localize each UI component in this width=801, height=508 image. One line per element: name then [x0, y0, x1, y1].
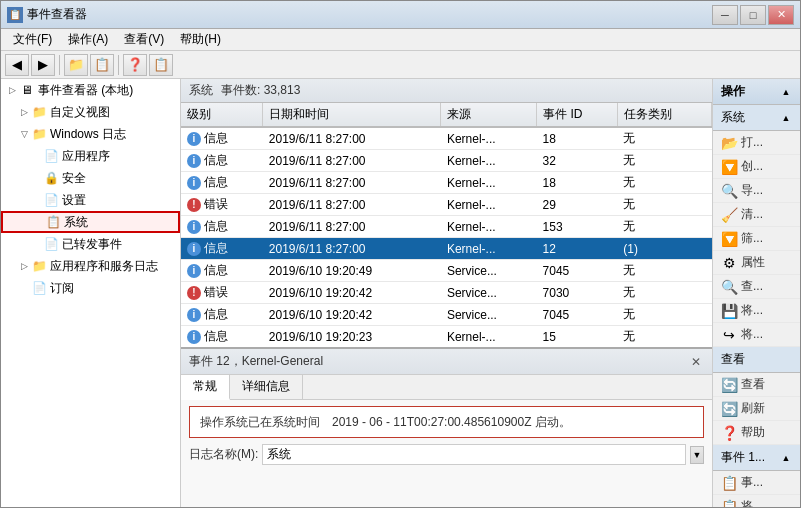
col-header-level[interactable]: 级别 [181, 103, 263, 127]
sidebar-action-import[interactable]: 🔍 导... [713, 179, 800, 203]
tree-item-app[interactable]: ▷ 📄 应用程序 [1, 145, 180, 167]
table-row[interactable]: i 信息 2019/6/10 19:20:42 Service... 7045 … [181, 304, 712, 326]
back-button[interactable]: ◀ [5, 54, 29, 76]
tab-general[interactable]: 常规 [181, 375, 230, 400]
cell-eventid: 32 [537, 150, 618, 172]
sidebar-action-properties[interactable]: ⚙ 属性 [713, 251, 800, 275]
cell-eventid: 29 [537, 194, 618, 216]
cell-task: 无 [617, 282, 711, 304]
level-text: 错误 [204, 196, 228, 213]
open-button[interactable]: 📁 [64, 54, 88, 76]
event-icon: i 信息 [187, 218, 228, 235]
info-icon: i [187, 264, 201, 278]
event-list-name: 系统 [189, 82, 213, 99]
level-text: 信息 [204, 130, 228, 147]
table-row[interactable]: i 信息 2019/6/11 8:27:00 Kernel-... 18 无 [181, 127, 712, 150]
sidebar-action-help[interactable]: ❓ 帮助 [713, 421, 800, 445]
new-button[interactable]: 📋 [90, 54, 114, 76]
close-button[interactable]: ✕ [768, 5, 794, 25]
level-text: 信息 [204, 152, 228, 169]
table-row[interactable]: i 信息 2019/6/11 8:27:00 Kernel-... 153 无 [181, 216, 712, 238]
table-row[interactable]: i 信息 2019/6/10 19:20:23 Kernel-... 15 无 [181, 326, 712, 348]
sidebar-action-create[interactable]: 🔽 创... [713, 155, 800, 179]
filter-icon: 🔽 [721, 231, 737, 247]
cell-level: i 信息 [181, 150, 263, 172]
table-row[interactable]: i 信息 2019/6/11 8:27:00 Kernel-... 18 无 [181, 172, 712, 194]
info-icon: i [187, 330, 201, 344]
import-icon: 🔍 [721, 183, 737, 199]
sidebar-action-filter-text: 筛... [741, 230, 763, 247]
info-icon: i [187, 308, 201, 322]
cell-source: Kernel-... [441, 172, 537, 194]
tree-item-forwarded[interactable]: ▷ 📄 已转发事件 [1, 233, 180, 255]
cell-eventid: 7030 [537, 282, 618, 304]
export-button[interactable]: 📋 [149, 54, 173, 76]
table-row[interactable]: i 信息 2019/6/11 8:27:00 Kernel-... 32 无 [181, 150, 712, 172]
create-icon: 🔽 [721, 159, 737, 175]
menu-view[interactable]: 查看(V) [116, 29, 172, 50]
minimize-button[interactable]: ─ [712, 5, 738, 25]
tree-arrow-custom: ▷ [17, 105, 31, 119]
table-row[interactable]: ! 错误 2019/6/11 8:27:00 Kernel-... 29 无 [181, 194, 712, 216]
tree-item-subscription[interactable]: ▷ 📄 订阅 [1, 277, 180, 299]
tree-item-appservice[interactable]: ▷ 📁 应用程序和服务日志 [1, 255, 180, 277]
cell-level: i 信息 [181, 260, 263, 282]
cell-source: Kernel-... [441, 150, 537, 172]
col-header-task[interactable]: 任务类别 [617, 103, 711, 127]
sidebar-action-open[interactable]: 📂 打... [713, 131, 800, 155]
log-name-dropdown[interactable]: ▼ [690, 446, 704, 464]
sidebar-action-attach[interactable]: ↪ 将... [713, 323, 800, 347]
sidebar-action-view[interactable]: 🔄 查看 [713, 373, 800, 397]
menu-help[interactable]: 帮助(H) [172, 29, 229, 50]
col-header-source[interactable]: 来源 [441, 103, 537, 127]
sidebar-system-scroll[interactable]: ▲ [780, 112, 792, 124]
tree-icon-subscription: 📄 [31, 280, 47, 296]
tree-item-windows-log[interactable]: ▽ 📁 Windows 日志 [1, 123, 180, 145]
event-list-count: 事件数: 33,813 [221, 82, 300, 99]
cell-datetime: 2019/6/10 19:20:49 [263, 260, 441, 282]
tree-item-system[interactable]: ▷ 📋 系统 [1, 211, 180, 233]
forward-button[interactable]: ▶ [31, 54, 55, 76]
sidebar-event-scroll[interactable]: ▲ [780, 452, 792, 464]
cell-source: Service... [441, 304, 537, 326]
tab-detail[interactable]: 详细信息 [230, 375, 303, 399]
sidebar-action-event-save[interactable]: 📋 将... [713, 495, 800, 507]
sidebar-action-clear[interactable]: 🧹 清... [713, 203, 800, 227]
sidebar-action-filter[interactable]: 🔽 筛... [713, 227, 800, 251]
event-table[interactable]: 级别 日期和时间 来源 事件 ID 任务类别 i 信息 2019/6/11 8: [181, 103, 712, 347]
event-list-header: 系统 事件数: 33,813 [181, 79, 712, 103]
sidebar-action-find[interactable]: 🔍 查... [713, 275, 800, 299]
tree-label-system: 系统 [64, 214, 88, 231]
cell-datetime: 2019/6/11 8:27:00 [263, 194, 441, 216]
sidebar-action-refresh[interactable]: 🔄 刷新 [713, 397, 800, 421]
sidebar-scroll-up[interactable]: ▲ [780, 86, 792, 98]
detail-header: 事件 12，Kernel-General ✕ [181, 349, 712, 375]
menu-file[interactable]: 文件(F) [5, 29, 60, 50]
tree-item-root[interactable]: ▷ 🖥 事件查看器 (本地) [1, 79, 180, 101]
cell-level: i 信息 [181, 238, 263, 260]
sidebar-action-refresh-text: 刷新 [741, 400, 765, 417]
log-name-label: 日志名称(M): [189, 446, 258, 463]
help-button[interactable]: ❓ [123, 54, 147, 76]
detail-close-button[interactable]: ✕ [688, 354, 704, 370]
col-header-datetime[interactable]: 日期和时间 [263, 103, 441, 127]
tree-item-security[interactable]: ▷ 🔒 安全 [1, 167, 180, 189]
table-row[interactable]: ! 错误 2019/6/10 19:20:42 Service... 7030 … [181, 282, 712, 304]
sidebar-view-label: 查看 [721, 351, 745, 368]
sidebar-action-event-detail-text: 事... [741, 474, 763, 491]
tree-label-subscription: 订阅 [50, 280, 74, 297]
table-row[interactable]: i 信息 2019/6/11 8:27:00 Kernel-... 12 (1) [181, 238, 712, 260]
event-icon: i 信息 [187, 174, 228, 191]
col-header-eventid[interactable]: 事件 ID [537, 103, 618, 127]
tree-item-custom[interactable]: ▷ 📁 自定义视图 [1, 101, 180, 123]
sidebar-action-event-detail[interactable]: 📋 事... [713, 471, 800, 495]
left-panel: ▷ 🖥 事件查看器 (本地) ▷ 📁 自定义视图 ▽ 📁 Windows 日志 … [1, 79, 181, 507]
maximize-button[interactable]: □ [740, 5, 766, 25]
sidebar-action-save[interactable]: 💾 将... [713, 299, 800, 323]
event-save-icon: 📋 [721, 499, 737, 508]
cell-task: (1) [617, 238, 711, 260]
table-row[interactable]: i 信息 2019/6/10 19:20:49 Service... 7045 … [181, 260, 712, 282]
menu-action[interactable]: 操作(A) [60, 29, 116, 50]
tree-item-setup[interactable]: ▷ 📄 设置 [1, 189, 180, 211]
events-table: 级别 日期和时间 来源 事件 ID 任务类别 i 信息 2019/6/11 8: [181, 103, 712, 347]
